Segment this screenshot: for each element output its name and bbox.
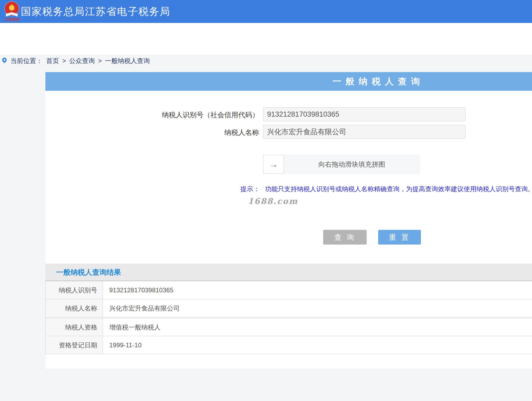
row-value: 1999-11-10 [103, 336, 532, 354]
panel-title: 一般纳税人查询 [332, 72, 424, 91]
row-value: 兴化市宏升食品有限公司 [103, 299, 532, 317]
national-emblem-icon: ★ [5, 2, 19, 15]
row-value: 913212817039810365 [103, 281, 532, 299]
reset-button[interactable]: 重 置 [378, 230, 421, 245]
breadcrumb-label: 当前位置： [10, 57, 42, 65]
breadcrumb: 当前位置： 首页 > 公众查询 > 一般纳税人查询 [2, 56, 150, 66]
taxpayer-id-label: 纳税人识别号（社会信用代码） [126, 108, 259, 122]
breadcrumb-public-query-link[interactable]: 公众查询 [69, 57, 95, 65]
hint-prefix: 提示： [240, 185, 260, 193]
table-row: 纳税人识别号 913212817039810365 [46, 281, 532, 299]
results-table: 纳税人识别号 913212817039810365 纳税人名称 兴化市宏升食品有… [45, 281, 532, 354]
table-row: 资格登记日期 1999-11-10 [46, 336, 532, 354]
emblem-star-icon: ★ [5, 3, 19, 8]
emblem-book-icon [6, 12, 18, 17]
row-label: 纳税人名称 [46, 299, 103, 317]
captcha-slider-instruction: 向右拖动滑块填充拼图 [284, 155, 420, 174]
query-panel: 纳税人识别号（社会信用代码） 纳税人名称 向右拖动滑块填充拼图 → 提示： 功能… [45, 91, 532, 369]
taxpayer-name-input[interactable] [263, 125, 466, 139]
table-row: 纳税人名称 兴化市宏升食品有限公司 [46, 299, 532, 317]
breadcrumb-separator: > [98, 57, 102, 65]
query-button[interactable]: 查 询 [323, 230, 367, 245]
watermark-text: 1688.com [248, 196, 298, 206]
taxpayer-name-label: 纳税人名称 [126, 125, 259, 139]
results-title: 一般纳税人查询结果 [56, 264, 121, 281]
row-label: 资格登记日期 [46, 336, 103, 354]
taxpayer-id-input[interactable] [263, 107, 466, 121]
breadcrumb-separator: > [62, 57, 66, 65]
captcha-slider-handle[interactable]: → [263, 155, 284, 174]
query-hint: 提示： 功能只支持纳税人识别号或纳税人名称精确查询，为提高查询效率建议使用纳税人… [240, 185, 532, 193]
logo-caption: 江苏税务 [3, 17, 22, 22]
breadcrumb-home-link[interactable]: 首页 [46, 57, 59, 65]
table-row: 纳税人资格 增值税一般纳税人 [46, 318, 532, 336]
location-pin-icon [1, 57, 7, 63]
hint-body: 功能只支持纳税人识别号或纳税人名称精确查询，为提高查询效率建议使用纳税人识别号查… [265, 185, 532, 193]
row-value: 增值税一般纳税人 [103, 318, 532, 336]
app-header: ★ 江苏税务 国家税务总局江苏省电子税务局 [0, 0, 532, 23]
row-label: 纳税人资格 [46, 318, 103, 336]
panel-title-bar: 一般纳税人查询 [45, 72, 532, 91]
tax-bureau-logo: ★ 江苏税务 [3, 1, 22, 22]
results-header-band: 一般纳税人查询结果 [45, 264, 532, 281]
site-title: 国家税务总局江苏省电子税务局 [21, 0, 170, 23]
arrow-right-icon: → [269, 159, 278, 170]
row-label: 纳税人识别号 [46, 281, 103, 299]
page: ★ 江苏税务 国家税务总局江苏省电子税务局 当前位置： 首页 > 公众查询 > … [0, 0, 532, 401]
breadcrumb-current-page: 一般纳税人查询 [105, 57, 150, 65]
